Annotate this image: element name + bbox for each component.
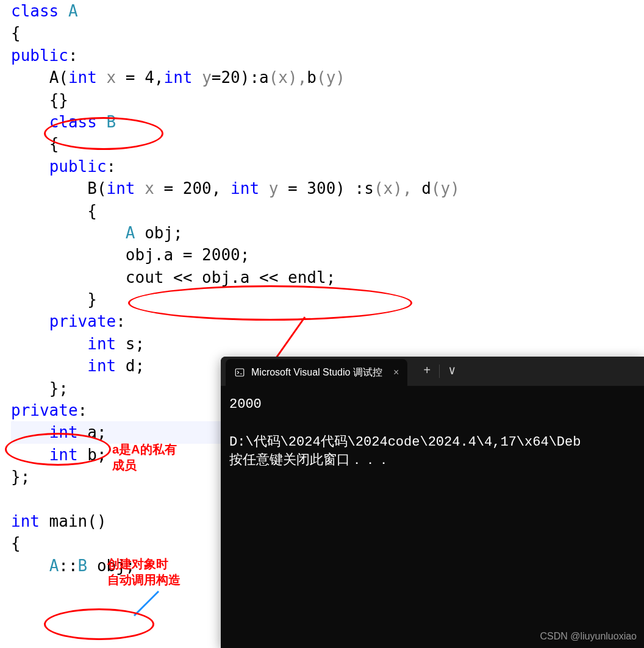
semi: ;: [326, 268, 336, 287]
kw-public: public: [49, 157, 107, 176]
brace: {: [11, 24, 21, 42]
console-tab-title: Microsoft Visual Studio 调试控: [251, 366, 382, 379]
output-path: D:\代码\2024代码\2024code\2024.4\4,17\x64\De…: [229, 435, 581, 450]
init: (x),: [269, 68, 307, 87]
eq: =: [212, 68, 221, 87]
svg-line-2: [134, 591, 159, 616]
kw-int: int: [231, 179, 259, 198]
type-A: A: [126, 224, 135, 242]
classname-A: A: [68, 2, 78, 20]
comma: ,: [154, 68, 164, 87]
console-tab[interactable]: Microsoft Visual Studio 调试控 ×: [226, 359, 407, 386]
init: (y): [431, 179, 460, 198]
num-200: 200: [183, 179, 212, 198]
paren: ): [240, 68, 250, 87]
kw-public: public: [11, 46, 68, 65]
kw-class: class: [11, 2, 59, 20]
annotation-text: 成员: [112, 458, 137, 472]
brace: {: [11, 534, 21, 552]
decl-s: s;: [116, 335, 145, 353]
assign-obj-a: obj.a = 2000;: [126, 246, 250, 264]
ctor-B: B: [87, 179, 97, 198]
output-close-prompt: 按任意键关闭此窗口．．．: [229, 453, 390, 468]
colon: :: [68, 46, 78, 65]
param-y: y: [202, 68, 212, 87]
kw-int: int: [164, 68, 193, 87]
annotation-text: a是A的私有: [112, 443, 177, 456]
console-output: 2000 D:\代码\2024代码\2024code\2024.4\4,17\x…: [221, 386, 644, 480]
console-titlebar: Microsoft Visual Studio 调试控 × + ∨: [221, 357, 644, 386]
param-x: x: [145, 179, 154, 198]
empty-body: {}: [49, 91, 68, 109]
svg-rect-3: [235, 369, 244, 376]
console-window: Microsoft Visual Studio 调试控 × + ∨ 2000 D…: [221, 357, 644, 648]
output-value: 2000: [229, 397, 262, 412]
comma: ,: [212, 179, 231, 198]
num-20: 20: [221, 68, 240, 87]
colon: :: [78, 401, 88, 419]
kw-int: int: [49, 423, 78, 441]
type-B: B: [78, 557, 88, 575]
kw-class: class: [49, 113, 97, 131]
class-end: };: [11, 468, 30, 486]
kw-int: int: [87, 357, 116, 375]
paren: (: [97, 179, 107, 198]
decl-a: a;: [78, 423, 107, 441]
id-obj: obj: [202, 268, 231, 287]
annotation-auto-ctor: 创建对象时 自动调用构造: [107, 556, 181, 588]
scope-op: ::: [59, 557, 77, 575]
annotation-text: 创建对象时: [107, 557, 168, 571]
code-editor-screenshot: class A { public: A(int x = 4,int y=20):…: [0, 0, 644, 648]
eq: =: [154, 179, 183, 198]
num-4: 4: [145, 68, 154, 87]
paren-colon: ) :: [335, 179, 364, 198]
member-b: b: [307, 68, 317, 87]
ctor-A: A: [49, 68, 59, 87]
colon: :: [249, 68, 259, 87]
tab-dropdown-button[interactable]: ∨: [440, 359, 464, 383]
type-A: A: [49, 557, 59, 575]
paren: (: [59, 68, 68, 87]
class-end: };: [49, 379, 68, 397]
new-tab-button[interactable]: +: [415, 359, 439, 383]
param-x: x: [107, 68, 116, 87]
kw-private: private: [49, 312, 116, 330]
init: (x),: [374, 179, 421, 198]
brace: {: [87, 202, 97, 220]
kw-int: int: [87, 335, 116, 353]
kw-int: int: [11, 512, 40, 530]
member-a: a: [240, 268, 250, 287]
colon: :: [107, 157, 116, 176]
chevron-down-icon: ∨: [448, 363, 456, 380]
param-y: y: [269, 179, 279, 198]
annotation-private-member: a是A的私有 成员: [112, 441, 177, 473]
watermark: CSDN @liuyunluoxiao: [540, 630, 637, 643]
terminal-icon: [234, 367, 245, 378]
init: (y): [317, 68, 345, 87]
arrow-annotation-to-obj: [131, 588, 168, 625]
kw-private: private: [11, 401, 78, 419]
op-insert: <<: [249, 268, 288, 287]
kw-int: int: [107, 179, 135, 198]
kw-int: int: [68, 68, 97, 87]
id-endl: endl: [288, 268, 326, 287]
annotation-text: 自动调用构造: [107, 573, 181, 586]
kw-int: int: [49, 446, 78, 464]
colon: :: [116, 312, 126, 330]
brace: {: [49, 135, 59, 153]
dot: .: [231, 268, 240, 287]
fn-main: main(): [40, 512, 107, 530]
circle-ab-obj: [44, 608, 154, 640]
decl-b: b;: [78, 446, 107, 464]
member-a: a: [259, 68, 269, 87]
close-tab-icon[interactable]: ×: [393, 366, 399, 379]
eq: =: [278, 179, 307, 198]
op-insert: <<: [163, 268, 202, 287]
classname-B: B: [107, 113, 116, 131]
brace: }: [87, 290, 97, 308]
id-cout: cout: [126, 268, 164, 287]
eq: =: [116, 68, 145, 87]
member-s: s: [364, 179, 374, 198]
member-d: d: [421, 179, 431, 198]
num-300: 300: [307, 179, 335, 198]
